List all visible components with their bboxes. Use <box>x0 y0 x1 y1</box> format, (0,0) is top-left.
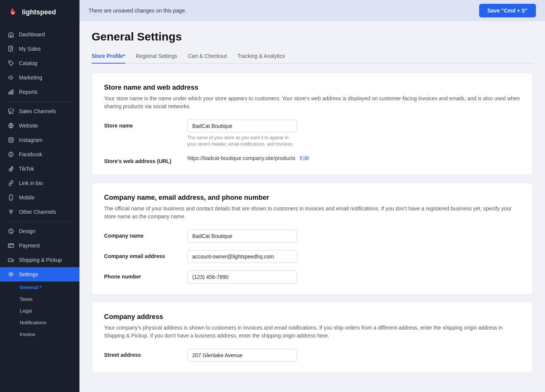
svg-rect-3 <box>9 92 10 94</box>
sidebar-label-other-channels: Other Channels <box>19 209 56 215</box>
sidebar-label-payment: Payment <box>19 243 40 249</box>
company-name-field <box>187 230 520 243</box>
sidebar-label-link-in-bio: Link in bio <box>19 180 43 186</box>
tab-cart-checkout[interactable]: Cart & Checkout <box>188 49 227 64</box>
sidebar-item-dashboard[interactable]: Dashboard <box>0 27 79 42</box>
sidebar-item-instagram[interactable]: Instagram <box>0 133 79 147</box>
tab-regional-settings[interactable]: Regional Settings <box>136 49 178 64</box>
sidebar-item-tiktok[interactable]: TikTok <box>0 162 79 176</box>
svg-point-18 <box>11 232 12 233</box>
street-row: Street address <box>104 349 520 362</box>
settings-sub-notifications[interactable]: Notifications <box>0 317 79 328</box>
divider-2 <box>8 221 72 222</box>
sidebar-label-reports: Reports <box>19 89 37 95</box>
logo[interactable]: lightspeed <box>0 0 79 24</box>
url-value: https://badcat-boutique.company.site/pro… <box>187 155 295 161</box>
settings-sub-general[interactable]: General * <box>0 282 79 293</box>
sidebar-item-website[interactable]: Website <box>0 118 79 133</box>
tag-icon <box>8 60 14 67</box>
globe-icon <box>8 122 14 129</box>
street-input[interactable] <box>187 349 297 362</box>
phone-field <box>187 271 520 283</box>
unsaved-changes-banner: There are unsaved changes on this page. … <box>79 0 545 21</box>
tab-store-profile[interactable]: Store Profile* <box>92 49 125 64</box>
sidebar-label-marketing: Marketing <box>19 75 42 81</box>
company-card-desc: The official name of your business and c… <box>104 205 520 221</box>
sidebar-item-catalog[interactable]: Catalog <box>0 56 79 70</box>
link-icon <box>8 180 14 187</box>
company-name-input[interactable] <box>187 230 297 243</box>
sidebar-label-tiktok: TikTok <box>19 166 34 172</box>
company-email-input[interactable] <box>187 250 297 263</box>
store-name-label: Store name <box>104 120 187 129</box>
gear-icon <box>8 271 14 278</box>
unsaved-message: There are unsaved changes on this page. <box>89 8 186 14</box>
mobile-icon <box>8 194 14 201</box>
sidebar-item-other-channels[interactable]: Other Channels <box>0 205 79 219</box>
sidebar-item-sales-channels[interactable]: Sales Channels <box>0 104 79 118</box>
megaphone-icon <box>8 74 14 81</box>
sidebar-label-mobile: Mobile <box>19 194 34 201</box>
store-url-label: Store's web address (URL) <box>104 155 187 164</box>
phone-input[interactable] <box>187 271 297 283</box>
sidebar-label-website: Website <box>19 123 38 129</box>
company-email-label: Company email address <box>104 250 187 259</box>
store-name-input[interactable] <box>187 120 297 132</box>
sidebar-label-facebook: Facebook <box>19 151 42 157</box>
company-card: Company name, email address, and phone n… <box>92 183 533 294</box>
store-url-field: https://badcat-boutique.company.site/pro… <box>187 155 520 161</box>
url-edit-link[interactable]: Edit <box>300 155 309 161</box>
sidebar-item-link-in-bio[interactable]: Link in bio <box>0 176 79 190</box>
company-name-label: Company name <box>104 230 187 239</box>
tab-tracking-analytics[interactable]: Tracking & Analytics <box>237 49 285 64</box>
sidebar-item-shipping[interactable]: Shipping & Pickup <box>0 253 79 267</box>
svg-point-15 <box>10 230 11 231</box>
sidebar-item-marketing[interactable]: Marketing <box>0 70 79 85</box>
sidebar-label-catalog: Catalog <box>19 60 37 66</box>
svg-rect-0 <box>10 35 12 37</box>
sidebar-item-settings[interactable]: Settings <box>0 267 79 282</box>
svg-point-17 <box>12 230 12 231</box>
svg-rect-19 <box>8 244 14 247</box>
bar-chart-icon <box>8 89 14 95</box>
divider-1 <box>8 101 72 102</box>
store-name-card: Store name and web address Your store na… <box>92 73 533 175</box>
sidebar-label-shipping: Shipping & Pickup <box>19 257 62 263</box>
sidebar-item-design[interactable]: Design <box>0 224 79 238</box>
settings-sub-taxes[interactable]: Taxes <box>0 293 79 305</box>
truck-icon <box>8 257 14 263</box>
sidebar-item-mobile[interactable]: Mobile <box>0 190 79 205</box>
settings-sub-legal[interactable]: Legal <box>0 305 79 317</box>
sidebar: lightspeed Dashboard My Sales Catalog <box>0 0 79 392</box>
save-button[interactable]: Save "Cmd + S" <box>479 4 536 17</box>
sidebar-item-reports[interactable]: Reports <box>0 85 79 99</box>
tiktok-icon <box>8 165 14 172</box>
store-name-card-desc: Your store name is the name under which … <box>104 95 520 110</box>
brand-name: lightspeed <box>22 8 56 16</box>
svg-rect-20 <box>9 246 11 247</box>
receipt-icon <box>8 45 14 52</box>
sidebar-item-payment[interactable]: Payment <box>0 238 79 253</box>
svg-rect-6 <box>10 112 11 114</box>
street-label: Street address <box>104 349 187 358</box>
store-url-row: Store's web address (URL) https://badcat… <box>104 155 520 164</box>
svg-point-2 <box>10 62 11 63</box>
settings-sub-invoice[interactable]: Invoice <box>0 328 79 340</box>
svg-rect-8 <box>9 138 13 142</box>
sidebar-label-sales-channels: Sales Channels <box>19 108 56 114</box>
store-name-row: Store name The name of your store as you… <box>104 120 520 148</box>
svg-point-13 <box>11 199 11 199</box>
main-content: There are unsaved changes on this page. … <box>79 0 545 392</box>
street-field <box>187 349 520 362</box>
sidebar-nav: Dashboard My Sales Catalog Marketing Rep… <box>0 24 79 392</box>
sidebar-item-my-sales[interactable]: My Sales <box>0 42 79 56</box>
svg-point-14 <box>9 229 13 233</box>
sidebar-label-design: Design <box>19 228 36 234</box>
address-card-desc: Your company's physical address is shown… <box>104 324 520 340</box>
svg-point-10 <box>12 138 13 139</box>
company-name-row: Company name <box>104 230 520 243</box>
sidebar-label-settings: Settings <box>19 271 38 277</box>
sidebar-label-my-sales: My Sales <box>19 46 41 52</box>
instagram-icon <box>8 137 14 143</box>
sidebar-item-facebook[interactable]: Facebook <box>0 147 79 162</box>
